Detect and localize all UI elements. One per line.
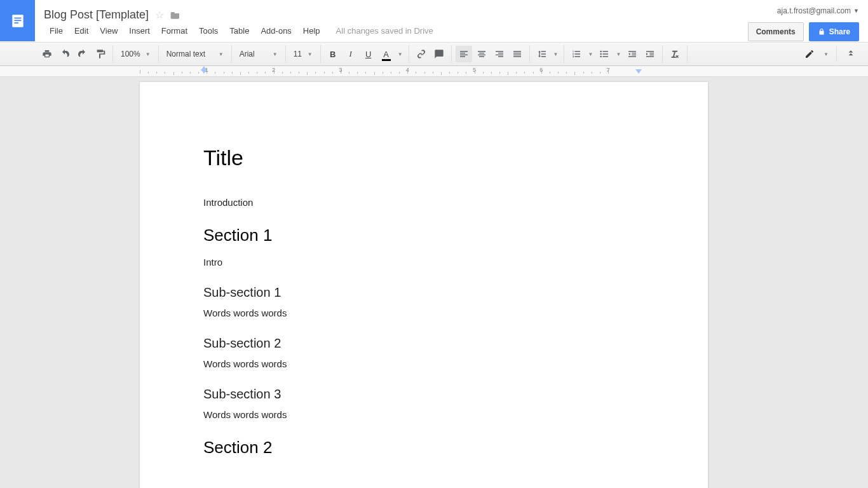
caret-down-icon[interactable]: ▼	[552, 51, 560, 57]
line-spacing-button[interactable]	[534, 46, 550, 62]
text-color-button[interactable]: A	[378, 46, 395, 62]
caret-down-icon[interactable]: ▼	[822, 51, 831, 57]
ruler-label: 6	[539, 67, 543, 73]
menu-format[interactable]: Format	[156, 24, 193, 37]
ruler-label: 4	[406, 67, 409, 73]
menu-insert[interactable]: Insert	[123, 24, 156, 37]
menu-tools[interactable]: Tools	[193, 24, 224, 37]
clear-formatting-button[interactable]	[667, 46, 683, 62]
svg-rect-1	[14, 17, 21, 18]
align-left-button[interactable]	[456, 46, 472, 62]
doc-subsection1-body[interactable]: Words words words	[203, 306, 644, 320]
underline-button[interactable]: U	[360, 46, 377, 62]
paint-format-button[interactable]	[92, 46, 109, 62]
comments-button[interactable]: Comments	[748, 22, 804, 41]
print-button[interactable]	[39, 46, 55, 62]
toolbar: 100%▼ Normal text▼ Arial▼ 11▼ B I U A ▼ …	[0, 42, 868, 66]
menu-view[interactable]: View	[94, 24, 123, 37]
ruler-track: 1234567	[140, 66, 708, 76]
bulleted-list-button[interactable]	[596, 46, 613, 62]
doc-subsection2-body[interactable]: Words words words	[203, 357, 644, 370]
account-area: aja.t.frost@gmail.com ▼	[777, 6, 859, 15]
menu-edit[interactable]: Edit	[69, 24, 94, 37]
insert-comment-button[interactable]	[431, 46, 447, 62]
caret-down-icon[interactable]: ▼	[396, 51, 405, 57]
separator	[836, 46, 837, 62]
ruler-right-margin-marker[interactable]	[635, 69, 642, 74]
doc-section2-heading[interactable]: Section 2	[203, 438, 644, 458]
editing-mode-button[interactable]	[801, 46, 818, 62]
ruler-label: 2	[272, 67, 275, 73]
zoom-dropdown[interactable]: 100%▼	[117, 46, 154, 62]
font-size-dropdown[interactable]: 11▼	[290, 46, 316, 62]
account-email-text: aja.t.frost@gmail.com	[777, 6, 851, 15]
ruler-label: 7	[607, 67, 610, 73]
align-justify-button[interactable]	[509, 46, 526, 62]
doc-subsection1-heading[interactable]: Sub-section 1	[203, 285, 644, 300]
caret-down-icon: ▼	[853, 8, 859, 14]
caret-down-icon: ▼	[273, 51, 278, 57]
ruler-label: 5	[473, 67, 476, 73]
menu-addons[interactable]: Add-ons	[255, 24, 297, 37]
menu-table[interactable]: Table	[224, 24, 255, 37]
svg-rect-3	[14, 22, 18, 24]
increase-indent-button[interactable]	[642, 46, 658, 62]
svg-rect-2	[14, 20, 21, 21]
app-logo[interactable]	[0, 0, 35, 41]
header-bar: Blog Post [Template] ☆ File Edit View In…	[0, 0, 868, 42]
menu-help[interactable]: Help	[297, 24, 326, 37]
doc-section1-heading[interactable]: Section 1	[203, 226, 644, 245]
folder-icon[interactable]	[170, 10, 180, 19]
redo-button[interactable]	[74, 46, 91, 62]
ruler-label: 3	[339, 67, 342, 73]
share-button-label: Share	[829, 27, 850, 36]
menu-file[interactable]: File	[44, 24, 69, 37]
caret-down-icon[interactable]: ▼	[586, 51, 595, 57]
doc-subsection2-heading[interactable]: Sub-section 2	[203, 336, 644, 351]
doc-intro-paragraph[interactable]: Introduction	[203, 196, 644, 209]
caret-down-icon: ▼	[308, 51, 313, 57]
ruler[interactable]: 1234567	[0, 66, 868, 77]
bold-button[interactable]: B	[325, 46, 341, 62]
font-family-value: Arial	[240, 50, 255, 58]
align-right-button[interactable]	[491, 46, 508, 62]
numbered-list-button[interactable]	[568, 46, 585, 62]
doc-title-heading[interactable]: Title	[203, 146, 644, 170]
lock-icon	[818, 28, 825, 36]
document-page[interactable]: Title Introduction Section 1 Intro Sub-s…	[140, 82, 708, 488]
ruler-label: 1	[205, 67, 208, 73]
align-center-button[interactable]	[473, 46, 490, 62]
collapse-toolbar-button[interactable]	[843, 46, 859, 62]
doc-section1-intro[interactable]: Intro	[203, 255, 644, 269]
undo-button[interactable]	[57, 46, 73, 62]
font-size-value: 11	[294, 50, 302, 58]
decrease-indent-button[interactable]	[624, 46, 641, 62]
paragraph-style-value: Normal text	[166, 50, 205, 58]
text-color-swatch	[382, 59, 391, 61]
header-buttons: Comments Share	[748, 22, 859, 41]
italic-button[interactable]: I	[342, 46, 359, 62]
star-icon[interactable]: ☆	[155, 9, 164, 21]
caret-down-icon: ▼	[146, 51, 151, 57]
document-canvas[interactable]: Title Introduction Section 1 Intro Sub-s…	[0, 77, 868, 488]
save-status: All changes saved in Drive	[336, 26, 433, 36]
share-button[interactable]: Share	[809, 22, 859, 41]
menu-bar: File Edit View Insert Format Tools Table…	[44, 24, 868, 37]
caret-down-icon: ▼	[219, 51, 224, 57]
document-title[interactable]: Blog Post [Template]	[44, 8, 149, 22]
title-area: Blog Post [Template] ☆ File Edit View In…	[35, 0, 868, 41]
caret-down-icon[interactable]: ▼	[614, 51, 623, 57]
font-family-dropdown[interactable]: Arial▼	[236, 46, 281, 62]
zoom-value: 100%	[121, 50, 140, 58]
insert-link-button[interactable]	[413, 46, 430, 62]
doc-subsection3-body[interactable]: Words words words	[203, 408, 644, 421]
paragraph-style-dropdown[interactable]: Normal text▼	[163, 46, 227, 62]
doc-subsection3-heading[interactable]: Sub-section 3	[203, 387, 644, 402]
account-email[interactable]: aja.t.frost@gmail.com ▼	[777, 6, 859, 15]
